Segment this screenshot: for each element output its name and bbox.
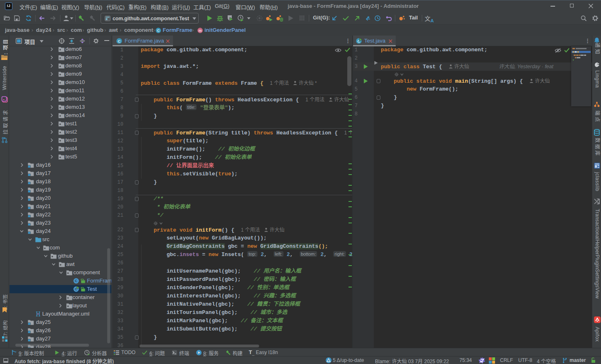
svg-text:C: C	[118, 39, 121, 43]
svg-text:C: C	[157, 29, 159, 33]
svg-text:C: C	[75, 278, 78, 283]
svg-text:m: m	[199, 29, 202, 33]
